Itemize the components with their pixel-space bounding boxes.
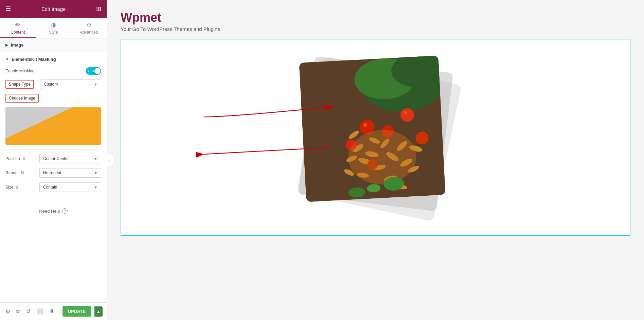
site-title: Wpmet — [121, 10, 630, 25]
repeat-label-text: Repeat — [5, 171, 19, 175]
arrow-indicator — [197, 96, 340, 124]
enable-masking-row: Enable Masking YES — [5, 67, 101, 75]
update-button[interactable]: UPDATE — [62, 306, 91, 317]
grid-icon[interactable]: ⊞ — [96, 5, 101, 13]
size-label-text: Size — [5, 185, 13, 190]
image-preview-inner — [5, 107, 101, 145]
need-help-section[interactable]: Need Help ? — [0, 201, 107, 220]
style-tab-icon: ◑ — [51, 21, 56, 29]
toggle-yes-label: YES — [87, 69, 94, 73]
photo-main — [299, 56, 445, 202]
image-section-label: Image — [11, 42, 24, 48]
repeat-value: No-repeat — [43, 171, 61, 175]
arrow-indicator-2 — [197, 137, 340, 158]
shape-type-label[interactable]: Shape Type — [5, 80, 34, 89]
need-help-label: Need Help — [39, 209, 60, 214]
repeat-icon: 🖥 — [20, 171, 24, 175]
sidebar-title: Edit Image — [41, 6, 66, 12]
size-chevron-icon: ▼ — [94, 185, 97, 189]
image-section-header[interactable]: ▶ Image — [0, 38, 107, 52]
choose-image-row: Choose Image — [5, 94, 101, 103]
size-row: Size 🖥 Contain ▼ — [5, 182, 101, 192]
position-value: Center Center — [43, 156, 69, 161]
toggle-knob — [94, 68, 101, 74]
repeat-chevron-icon: ▼ — [94, 171, 97, 175]
size-icon: 🖥 — [15, 185, 19, 190]
content-frame — [121, 39, 630, 236]
position-icon: 🖥 — [22, 156, 26, 161]
position-row: Position 🖥 Center Center ▼ — [5, 154, 101, 163]
masking-section: ▼ ElementsKit Masking Enable Masking YES… — [0, 52, 107, 201]
sidebar-header: ☰ Edit Image ⊞ — [0, 0, 107, 18]
content-tab-icon: ✏ — [15, 21, 20, 29]
shape-type-chevron-icon: ▼ — [94, 83, 97, 86]
image-preview[interactable] — [5, 107, 101, 145]
collapse-handle[interactable]: ‹ — [107, 154, 113, 166]
responsive-icon[interactable]: ⬜ — [35, 307, 45, 316]
masking-title[interactable]: ▼ ElementsKit Masking — [5, 57, 101, 62]
choose-image-label[interactable]: Choose Image — [5, 94, 39, 103]
undo-icon[interactable]: ↺ — [25, 307, 32, 316]
sidebar-content: ▶ Image ▼ ElementsKit Masking Enable Mas… — [0, 38, 107, 302]
masking-arrow: ▼ — [5, 57, 9, 61]
site-subtitle: Your Go To WordPress Themes and Plugins — [121, 26, 630, 32]
repeat-row: Repeat 🖥 No-repeat ▼ — [5, 168, 101, 178]
size-value: Contain — [43, 185, 57, 190]
layers-icon[interactable]: ⧉ — [15, 307, 21, 316]
tab-bar: ✏ Content ◑ Style ⚙ Advanced — [0, 18, 107, 38]
advanced-tab-label: Advanced — [80, 30, 98, 35]
enable-masking-toggle[interactable]: YES — [86, 67, 101, 75]
settings-icon[interactable]: ⚙ — [4, 307, 12, 316]
position-select[interactable]: Center Center ▼ — [39, 154, 101, 163]
repeat-select[interactable]: No-repeat ▼ — [39, 168, 101, 178]
hamburger-icon[interactable]: ☰ — [5, 5, 11, 13]
image-section-arrow: ▶ — [5, 43, 8, 47]
pasta-image-area — [282, 49, 469, 226]
shape-type-value: Custom — [44, 82, 58, 87]
tab-advanced[interactable]: ⚙ Advanced — [71, 18, 107, 38]
position-label: Position 🖥 — [5, 156, 39, 161]
shape-type-row: Shape Type Custom ▼ — [5, 79, 101, 89]
site-header: Wpmet Your Go To WordPress Themes and Pl… — [121, 10, 630, 32]
tab-content[interactable]: ✏ Content — [0, 18, 36, 38]
tab-style[interactable]: ◑ Style — [36, 18, 71, 38]
help-icon: ? — [62, 208, 68, 214]
masking-title-label: ElementsKit Masking — [12, 57, 56, 62]
style-tab-label: Style — [49, 30, 58, 35]
position-label-text: Position — [5, 156, 20, 161]
shape-type-select[interactable]: Custom ▼ — [40, 79, 101, 89]
update-arrow-button[interactable]: ▲ — [94, 306, 103, 317]
size-label: Size 🖥 — [5, 185, 39, 190]
divider — [5, 149, 101, 150]
pasta-svg — [299, 56, 445, 202]
position-chevron-icon: ▼ — [94, 157, 97, 161]
bottom-bar: ⚙ ⧉ ↺ ⬜ 👁 UPDATE ▲ — [0, 302, 107, 320]
repeat-label: Repeat 🖥 — [5, 171, 39, 175]
size-select[interactable]: Contain ▼ — [39, 182, 101, 192]
advanced-tab-icon: ⚙ — [86, 21, 92, 29]
content-tab-label: Content — [11, 30, 25, 35]
main-content: Wpmet Your Go To WordPress Themes and Pl… — [107, 0, 644, 320]
eye-icon[interactable]: 👁 — [48, 307, 56, 316]
enable-masking-label: Enable Masking — [5, 69, 34, 73]
